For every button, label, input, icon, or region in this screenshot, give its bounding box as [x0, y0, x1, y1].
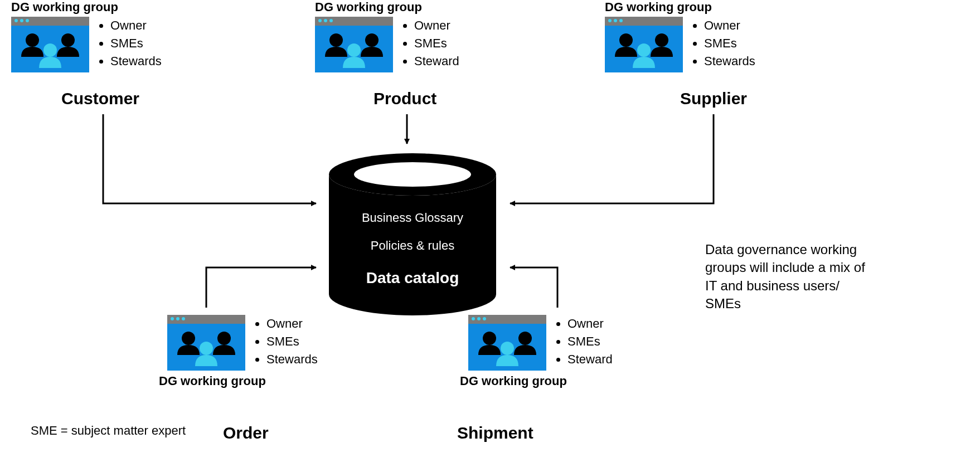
svg-point-8 — [637, 43, 651, 57]
team-icon — [468, 315, 546, 371]
working-group-title: DG working group — [315, 0, 459, 14]
role-item: Owner — [414, 17, 459, 35]
svg-point-10 — [217, 332, 231, 345]
svg-point-0 — [26, 33, 39, 47]
footnote-sme: SME = subject matter expert — [31, 424, 186, 438]
working-group-product: DG working group Owner SMEs Steward — [315, 0, 459, 72]
role-item: SMEs — [110, 35, 162, 52]
working-group-shipment: Owner SMEs Steward DG working group — [468, 315, 613, 391]
svg-point-14 — [501, 342, 514, 355]
working-group-supplier: DG working group Owner SMEs Stewards — [605, 0, 755, 72]
working-group-title: DG working group — [605, 0, 755, 14]
domain-label-product: Product — [373, 89, 436, 108]
roles-list: Owner SMEs Steward — [556, 315, 613, 368]
svg-point-3 — [329, 33, 343, 47]
cylinder-text-catalog: Data catalog — [326, 269, 499, 287]
svg-point-4 — [365, 33, 379, 47]
role-item: Owner — [266, 315, 318, 333]
team-icon — [167, 315, 245, 371]
cylinder-text-policies: Policies & rules — [326, 239, 499, 253]
arrow-shipment — [510, 267, 557, 308]
side-note: Data governance working groups will incl… — [705, 241, 872, 313]
role-item: SMEs — [414, 35, 459, 52]
svg-point-6 — [619, 33, 633, 47]
role-item: SMEs — [567, 333, 613, 351]
svg-point-16 — [354, 162, 471, 187]
svg-point-9 — [182, 332, 195, 345]
domain-label-shipment: Shipment — [457, 424, 533, 442]
roles-list: Owner SMEs Stewards — [99, 17, 162, 70]
role-item: Owner — [567, 315, 613, 333]
working-group-title: DG working group — [159, 374, 318, 388]
role-item: Stewards — [704, 52, 755, 70]
svg-point-5 — [347, 43, 361, 57]
role-item: Steward — [567, 351, 613, 368]
roles-list: Owner SMEs Stewards — [255, 315, 318, 368]
svg-point-11 — [200, 342, 213, 355]
svg-point-2 — [43, 43, 57, 57]
data-catalog-cylinder: Business Glossary Policies & rules Data … — [326, 152, 499, 317]
svg-point-13 — [518, 332, 532, 345]
working-group-title: DG working group — [11, 0, 162, 14]
domain-label-customer: Customer — [61, 89, 139, 108]
team-icon — [315, 17, 393, 72]
team-icon — [11, 17, 89, 72]
cylinder-text-glossary: Business Glossary — [326, 211, 499, 225]
svg-point-7 — [655, 33, 668, 47]
svg-point-1 — [61, 33, 75, 47]
role-item: Steward — [414, 52, 459, 70]
role-item: SMEs — [704, 35, 755, 52]
roles-list: Owner SMEs Steward — [403, 17, 459, 70]
svg-point-12 — [483, 332, 496, 345]
arrow-supplier — [510, 114, 714, 203]
arrow-customer — [103, 114, 316, 203]
roles-list: Owner SMEs Stewards — [693, 17, 755, 70]
working-group-customer: DG working group Owner SMEs Stewards — [11, 0, 162, 72]
team-icon — [605, 17, 683, 72]
role-item: SMEs — [266, 333, 318, 351]
role-item: Stewards — [110, 52, 162, 70]
domain-label-supplier: Supplier — [680, 89, 747, 108]
arrow-order — [206, 267, 316, 308]
working-group-order: Owner SMEs Stewards DG working group — [167, 315, 318, 391]
domain-label-order: Order — [223, 424, 269, 442]
role-item: Owner — [110, 17, 162, 35]
role-item: Owner — [704, 17, 755, 35]
working-group-title: DG working group — [460, 374, 613, 388]
role-item: Stewards — [266, 351, 318, 368]
